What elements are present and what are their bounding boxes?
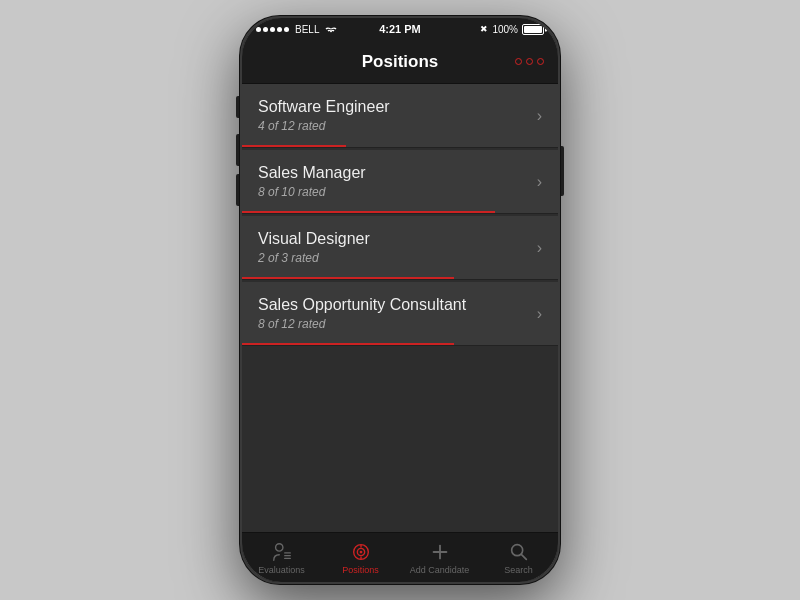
tab-evaluations[interactable]: Evaluations xyxy=(242,541,321,575)
chevron-right-icon: › xyxy=(537,239,542,257)
tab-search[interactable]: Search xyxy=(479,541,558,575)
position-item-sales-opportunity-consultant[interactable]: Sales Opportunity Consultant 8 of 12 rat… xyxy=(242,282,558,346)
tab-positions-label: Positions xyxy=(342,565,379,575)
battery-icon xyxy=(522,24,544,35)
more-button[interactable] xyxy=(515,58,544,65)
more-dot-3 xyxy=(537,58,544,65)
signal-dot-3 xyxy=(270,27,275,32)
positions-icon xyxy=(350,541,372,563)
position-item-sales-manager[interactable]: Sales Manager 8 of 10 rated › xyxy=(242,150,558,214)
tab-evaluations-label: Evaluations xyxy=(258,565,305,575)
item-subtitle: 8 of 12 rated xyxy=(258,317,527,331)
item-title: Sales Manager xyxy=(258,164,527,182)
battery-percentage: 100% xyxy=(492,24,518,35)
chevron-right-icon: › xyxy=(537,173,542,191)
progress-fill xyxy=(242,277,454,279)
evaluations-icon xyxy=(271,541,293,563)
item-content: Sales Manager 8 of 10 rated xyxy=(258,164,527,199)
signal-dot-5 xyxy=(284,27,289,32)
progress-bar xyxy=(242,211,558,213)
phone-device: BELL 4:21 PM ✖ 100% xyxy=(240,16,560,584)
more-dot-1 xyxy=(515,58,522,65)
tab-add-candidate-label: Add Candidate xyxy=(410,565,470,575)
add-candidate-icon xyxy=(429,541,451,563)
wifi-icon xyxy=(325,25,337,34)
nav-title: Positions xyxy=(362,52,439,72)
tab-add-candidate[interactable]: Add Candidate xyxy=(400,541,479,575)
signal-dot-2 xyxy=(263,27,268,32)
tab-search-label: Search xyxy=(504,565,533,575)
carrier-label: BELL xyxy=(295,24,319,35)
signal-strength xyxy=(256,27,289,32)
battery-fill xyxy=(524,26,542,33)
signal-dot-4 xyxy=(277,27,282,32)
item-subtitle: 4 of 12 rated xyxy=(258,119,527,133)
position-item-visual-designer[interactable]: Visual Designer 2 of 3 rated › xyxy=(242,216,558,280)
status-left: BELL xyxy=(256,24,337,35)
chevron-right-icon: › xyxy=(537,107,542,125)
progress-bar xyxy=(242,145,558,147)
chevron-right-icon: › xyxy=(537,305,542,323)
svg-point-0 xyxy=(275,543,282,550)
power-button[interactable] xyxy=(560,146,564,196)
item-content: Software Engineer 4 of 12 rated xyxy=(258,98,527,133)
bluetooth-icon: ✖ xyxy=(480,24,488,34)
position-item-software-engineer[interactable]: Software Engineer 4 of 12 rated › xyxy=(242,84,558,148)
more-dot-2 xyxy=(526,58,533,65)
progress-fill xyxy=(242,343,454,345)
item-subtitle: 2 of 3 rated xyxy=(258,251,527,265)
signal-dot-1 xyxy=(256,27,261,32)
status-time: 4:21 PM xyxy=(379,23,421,35)
svg-point-3 xyxy=(359,550,362,553)
tab-bar: Evaluations Positions xyxy=(242,532,558,582)
svg-line-9 xyxy=(521,554,526,559)
item-content: Sales Opportunity Consultant 8 of 12 rat… xyxy=(258,296,527,331)
progress-fill xyxy=(242,211,495,213)
progress-bar xyxy=(242,277,558,279)
search-icon xyxy=(508,541,530,563)
nav-bar: Positions xyxy=(242,40,558,84)
progress-bar xyxy=(242,343,558,345)
item-subtitle: 8 of 10 rated xyxy=(258,185,527,199)
item-title: Sales Opportunity Consultant xyxy=(258,296,527,314)
progress-fill xyxy=(242,145,346,147)
screen-content: BELL 4:21 PM ✖ 100% xyxy=(242,18,558,582)
tab-positions[interactable]: Positions xyxy=(321,541,400,575)
item-title: Visual Designer xyxy=(258,230,527,248)
item-title: Software Engineer xyxy=(258,98,527,116)
positions-list: Software Engineer 4 of 12 rated › Sales … xyxy=(242,84,558,532)
phone-screen: BELL 4:21 PM ✖ 100% xyxy=(240,16,560,584)
status-bar: BELL 4:21 PM ✖ 100% xyxy=(242,18,558,40)
item-content: Visual Designer 2 of 3 rated xyxy=(258,230,527,265)
status-right: ✖ 100% xyxy=(480,24,544,35)
